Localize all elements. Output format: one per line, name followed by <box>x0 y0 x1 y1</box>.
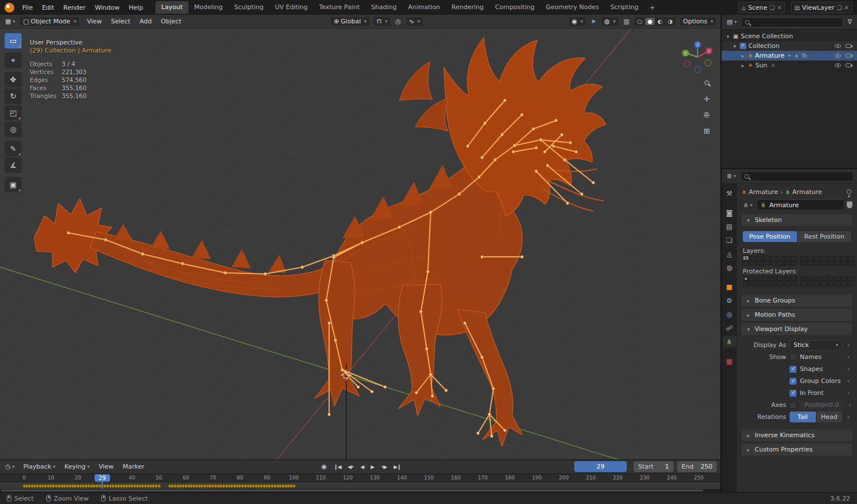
layer-cell[interactable] <box>791 256 797 260</box>
add-workspace-button[interactable]: + <box>645 3 659 13</box>
hide-eye-icon[interactable] <box>835 54 841 58</box>
filter-icon[interactable]: ∇ <box>846 17 854 27</box>
pin-icon[interactable] <box>847 189 851 194</box>
editor-type-icon[interactable]: ▦▾ <box>3 17 17 26</box>
outliner-row-armature[interactable]: ▸ ⋔ Armature ⌖ ⋔ ∇₂ <box>722 51 857 61</box>
view-layer-selector[interactable]: ▤ ViewLayer ❏ ✕ <box>791 2 852 13</box>
scene-tab[interactable]: ◬ <box>723 248 736 260</box>
visibility-dropdown[interactable]: ◉ ▾ <box>568 16 587 27</box>
dragon-wireframe[interactable] <box>34 38 606 446</box>
outliner-search-input[interactable] <box>741 17 843 27</box>
menu-window[interactable]: Window <box>90 2 124 13</box>
workspace-tab-texture-paint[interactable]: Texture Paint <box>314 1 366 14</box>
motion-paths-section-header[interactable]: ▸ Motion Paths <box>742 309 852 321</box>
workspace-tab-geometry-nodes[interactable]: Geometry Nodes <box>540 1 604 14</box>
timeline-editor-icon[interactable]: ◷▾ <box>3 462 17 471</box>
measure-tool[interactable]: ∡ <box>5 158 22 173</box>
properties-search-input[interactable] <box>740 171 854 182</box>
camera-view-icon[interactable]: ✇ <box>702 110 712 120</box>
axes-checkbox[interactable] <box>790 402 796 409</box>
world-tab[interactable]: ◍ <box>723 261 736 273</box>
physics-tab[interactable]: ◎ <box>723 308 736 320</box>
layer-cell[interactable] <box>821 281 827 286</box>
layer-cell[interactable] <box>842 281 848 286</box>
viewport-menu-add[interactable]: Add <box>135 16 156 27</box>
axis-y-neg-handle[interactable] <box>705 60 711 66</box>
viewport-3d[interactable]: ▦▾ ▢ Object Mode ▾ ViewSelectAddObject ⊕… <box>0 15 720 459</box>
layer-cell[interactable] <box>791 281 797 286</box>
view-layer-tab[interactable]: ❏ <box>723 234 736 246</box>
options-dropdown[interactable]: Options ▾ <box>679 16 717 27</box>
timeline-scrollbar[interactable] <box>0 489 720 492</box>
mode-selector[interactable]: ▢ Object Mode ▾ <box>19 16 80 27</box>
layer-cell[interactable] <box>835 256 841 260</box>
skeleton-section-header[interactable]: ▾ Skeleton <box>742 214 852 226</box>
shading-solid-button[interactable]: ● <box>645 18 655 25</box>
auto-keying-toggle[interactable]: ◉ <box>320 462 329 471</box>
anim-dot[interactable]: • <box>846 354 851 360</box>
rotate-tool[interactable]: ↻ <box>5 88 22 104</box>
axis-x-neg-handle[interactable] <box>684 61 691 67</box>
layer-cell[interactable] <box>800 281 807 286</box>
current-frame-field[interactable]: 29 <box>574 461 627 472</box>
timeline-track-area[interactable]: 0102030405060708090100110120130140150160… <box>0 474 720 492</box>
bone-groups-section-header[interactable]: ▸ Bone Groups <box>742 295 852 307</box>
workspace-tab-uv-editing[interactable]: UV Editing <box>269 1 313 14</box>
menu-render[interactable]: Render <box>59 2 90 13</box>
snap-dropdown[interactable]: ⊓ ▾ <box>373 16 391 27</box>
layer-cell[interactable] <box>842 276 848 281</box>
viewport-display-section-header[interactable]: ▾ Viewport Display <box>742 323 852 335</box>
texture-tab[interactable]: ▦ <box>723 355 736 367</box>
layer-cell[interactable] <box>800 256 807 260</box>
layer-cell[interactable] <box>770 261 776 265</box>
tool-tab[interactable]: ⚒ <box>723 187 736 199</box>
pan-hand-icon[interactable]: ✛ <box>702 94 712 104</box>
annotate-tool[interactable]: ✎ <box>5 141 22 156</box>
jump-to-end-button[interactable]: ▶❙ <box>391 463 403 471</box>
frame-start-field[interactable]: Start 1 <box>634 461 674 472</box>
layer-cell[interactable] <box>807 256 814 260</box>
move-tool[interactable]: ✥ <box>5 72 22 87</box>
layer-cell[interactable] <box>784 256 790 260</box>
gizmos-toggle[interactable]: ➤ <box>589 17 598 26</box>
layer-cell[interactable] <box>848 276 855 281</box>
modifiers-tab[interactable]: ⚙ <box>723 295 736 307</box>
object-data-tab[interactable]: ⋔ <box>723 336 736 348</box>
armature-browse-icon[interactable]: ⋔▾ <box>742 200 754 210</box>
anim-dot[interactable]: • <box>846 414 851 420</box>
play-reverse-button[interactable]: ◀ <box>358 463 367 471</box>
layer-cell[interactable] <box>763 276 770 281</box>
layer-cell[interactable] <box>807 261 814 265</box>
jump-to-prev-keyframe-button[interactable]: ◀• <box>345 463 357 471</box>
layer-cell[interactable] <box>848 261 855 265</box>
scale-tool[interactable]: ◰ <box>5 105 22 120</box>
timeline-menu-keying[interactable]: Keying▾ <box>60 461 94 472</box>
layer-cell[interactable] <box>743 276 749 281</box>
layer-cell[interactable] <box>791 261 797 265</box>
display-as-dropdown[interactable]: Stick ▾ <box>790 340 842 350</box>
object-tab[interactable]: ■ <box>723 281 736 293</box>
layer-cell[interactable] <box>842 261 848 265</box>
breadcrumb-object[interactable]: Armature <box>748 188 778 196</box>
proportional-editing-toggle[interactable]: ◎ <box>394 17 403 26</box>
close-view-layer-icon[interactable]: ✕ <box>844 5 849 11</box>
layer-cell[interactable] <box>828 276 834 281</box>
menu-file[interactable]: File <box>18 2 37 13</box>
transform-orientation-dropdown[interactable]: ⊕ Global ▾ <box>330 16 370 27</box>
jump-to-start-button[interactable]: ❙◀ <box>331 463 343 471</box>
render-tab[interactable]: ◙ <box>723 207 736 219</box>
rest-position-button[interactable]: Rest Position <box>797 231 852 242</box>
checkbox-group-colors[interactable]: Group Colors <box>790 377 842 385</box>
anim-dot[interactable]: • <box>847 402 852 408</box>
jump-to-next-keyframe-button[interactable]: •▶ <box>378 463 390 471</box>
layer-cell[interactable] <box>743 261 749 265</box>
layer-cell[interactable] <box>848 281 855 286</box>
checkbox-in-front[interactable]: In Front <box>790 389 842 397</box>
workspace-tab-sculpting[interactable]: Sculpting <box>229 1 269 14</box>
layer-cell[interactable] <box>750 256 756 260</box>
layer-cell[interactable] <box>828 256 834 260</box>
custom-properties-section-header[interactable]: ▸ Custom Properties <box>742 443 852 455</box>
outliner-row-sun[interactable]: ▸ ☀ Sun ☼ <box>722 61 857 70</box>
anim-dot[interactable]: • <box>846 378 851 384</box>
layer-cell[interactable] <box>756 281 763 286</box>
